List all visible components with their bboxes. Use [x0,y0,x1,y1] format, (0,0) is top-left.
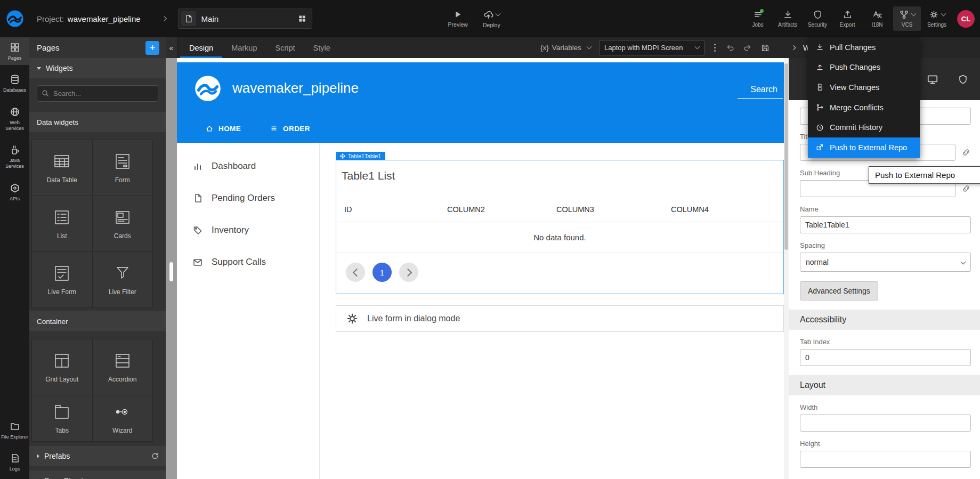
widget-cards[interactable]: Cards [93,196,153,251]
scrollbar-thumb[interactable] [784,63,788,250]
list-icon [53,208,71,226]
vcs-button[interactable]: VCS [893,6,921,31]
bind-link-icon[interactable] [961,148,971,157]
device-preview-icon[interactable] [927,74,938,85]
redo-button[interactable] [743,43,752,53]
push-to-external-repo-tooltip: Push to External Repo [869,166,980,184]
widget-live-filter[interactable]: Live Filter [93,252,153,307]
rail-item-pages[interactable]: Pages [0,37,29,65]
settings-button[interactable]: Settings [923,6,951,31]
widget-form[interactable]: Form [93,140,153,196]
gutter-scrollbar-thumb[interactable] [169,262,173,281]
undo-button[interactable] [725,43,735,53]
widget-data-table[interactable]: Data Table [32,140,92,196]
menu-item-merge-conflicts[interactable]: Merge Conflicts [808,98,920,118]
export-button[interactable]: Export [833,6,861,31]
vcs-caret-icon [911,11,916,17]
topbar-right-menu: Jobs Artifacts Security Export [744,6,980,31]
width-input[interactable] [800,415,971,432]
widget-list[interactable]: List [32,196,92,251]
page-structure-section-header[interactable]: Page Structure [29,470,166,479]
menu-item-commit-history[interactable]: Commit History [808,117,920,137]
tab-style[interactable]: Style [304,37,339,58]
menu-item-push-to-external-repo[interactable]: Push to External Repo [808,137,920,158]
live-form-dialog-widget[interactable]: Live form in dialog mode [336,305,784,332]
page-selector[interactable]: Main [178,9,312,29]
spacing-select[interactable]: normal [800,253,971,272]
sidenav-dashboard[interactable]: Dashboard [177,150,319,182]
canvas-scrollbar[interactable] [784,58,789,479]
sidenav-pending-orders[interactable]: Pending Orders [177,182,319,214]
save-button[interactable] [760,43,770,53]
data-table-widget[interactable]: Table1 List ID COLUMN2 COLUMN3 COLUMN4 N… [336,160,784,294]
jobs-button[interactable]: Jobs [744,6,772,31]
page-content-area: Table1Table1 Table1 List ID COLUMN2 COLU… [320,143,784,479]
cards-icon [114,208,132,226]
wavemaker-logo[interactable] [0,0,29,37]
advanced-settings-button[interactable]: Advanced Settings [800,281,878,301]
i18n-button[interactable]: I18N [863,6,891,31]
widget-live-form[interactable]: Live Form [32,252,92,307]
tab-design[interactable]: Design [180,37,222,58]
sidenav-inventory[interactable]: Inventory [177,214,319,246]
refresh-prefabs-button[interactable] [151,452,159,460]
previous-page-button[interactable] [346,263,365,282]
widgets-section-header[interactable]: Widgets [29,58,166,78]
rail-item-file-explorer[interactable]: File Explorer [0,416,29,444]
rail-item-apis[interactable]: APIs [0,178,29,206]
column-header[interactable]: COLUMN3 [556,205,671,214]
spacing-value: normal [806,258,829,266]
rail-item-web-services[interactable]: Web Services [0,102,29,136]
page-1-button[interactable]: 1 [372,263,392,282]
height-input[interactable] [800,451,971,468]
selected-widget-tag[interactable]: Table1Table1 [336,152,385,160]
tab-markup[interactable]: Markup [222,37,266,58]
security-button[interactable]: Security [804,6,831,31]
layout-section-header[interactable]: Layout [789,375,980,395]
next-page-button[interactable] [399,263,418,282]
menu-item-push-changes[interactable]: Push Changes [808,58,920,78]
pages-icon [10,42,20,53]
widget-grid-layout[interactable]: Grid Layout [32,339,92,395]
widget-search-input[interactable] [37,85,158,102]
rail-item-java-services[interactable]: Java Services [0,140,29,174]
chevron-right-icon [403,268,412,277]
menu-item-view-changes[interactable]: View Changes [808,77,920,98]
app-body: Dashboard Pending Orders Inventory Suppo… [177,143,784,479]
variables-dropdown[interactable]: {x} Variables [540,44,591,52]
column-header[interactable]: COLUMN4 [671,205,783,214]
widget-accordion[interactable]: Accordion [93,339,153,395]
pull-icon [816,43,824,51]
widget-tabs[interactable]: Tabs [32,395,92,441]
add-page-button[interactable]: + [145,41,159,55]
artifacts-button[interactable]: Artifacts [774,6,801,31]
app-search-link[interactable]: Search [738,85,783,99]
column-header[interactable]: ID [344,205,447,214]
widget-wizard[interactable]: Wizard [93,395,153,441]
merge-icon [816,103,824,111]
translate-icon [872,10,882,20]
rail-item-databases[interactable]: Databases [0,69,29,97]
more-options-button[interactable] [712,44,717,52]
preview-button[interactable]: Preview [448,10,468,28]
sidenav-support-calls[interactable]: Support Calls [177,246,319,278]
deploy-button[interactable]: Deploy [483,10,500,28]
collapse-right-panel-icon[interactable] [790,44,798,52]
accessibility-section-header[interactable]: Accessibility [789,310,980,330]
nav-order[interactable]: ORDER [270,124,310,133]
user-avatar[interactable]: CL [957,10,975,28]
nav-home[interactable]: HOME [205,124,241,133]
device-select[interactable]: Laptop with MDPI Screen [599,40,704,55]
tabindex-input[interactable] [800,349,971,366]
prefabs-section-header[interactable]: Prefabs [29,446,166,466]
rail-item-logs[interactable]: Logs [0,448,29,476]
name-input[interactable] [800,216,971,233]
collapse-left-panel-button[interactable]: « [166,37,177,58]
shield-icon[interactable] [958,74,968,85]
bind-link-icon[interactable] [961,184,971,193]
grid-icon[interactable] [298,14,306,23]
menu-item-pull-changes[interactable]: Pull Changes [808,37,920,58]
device-caret-icon [695,44,700,50]
tab-script[interactable]: Script [266,37,304,58]
column-header[interactable]: COLUMN2 [447,205,556,214]
